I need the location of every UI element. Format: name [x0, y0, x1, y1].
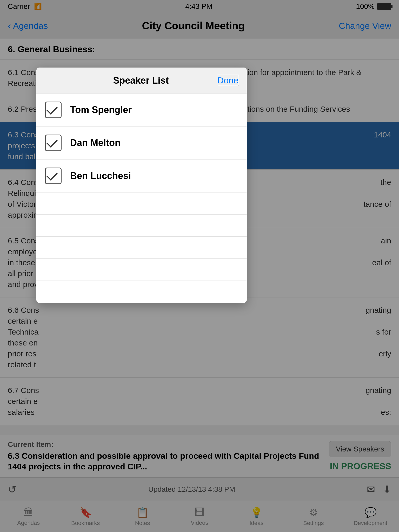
modal-done-button[interactable]: Done [217, 75, 239, 86]
empty-speaker-slot-1[interactable] [36, 192, 247, 215]
modal-title: Speaker List [65, 75, 217, 86]
checkbox-tom-spengler[interactable] [44, 101, 62, 119]
speaker-name-dan-melton: Dan Melton [70, 137, 121, 148]
speaker-name-ben-lucchesi: Ben Lucchesi [70, 170, 131, 181]
speaker-list-modal: Speaker List Done Tom Spengler Dan Melto… [36, 68, 247, 303]
checkbox-checked-icon [45, 168, 62, 184]
empty-speaker-slot-5[interactable] [36, 281, 247, 303]
empty-speaker-slot-2[interactable] [36, 215, 247, 237]
page-wrapper: Carrier 📶 4:43 PM 100% ‹ Agendas City Co… [0, 0, 399, 532]
checkbox-dan-melton[interactable] [44, 134, 62, 152]
modal-overlay[interactable]: Speaker List Done Tom Spengler Dan Melto… [0, 0, 399, 532]
speaker-name-tom-spengler: Tom Spengler [70, 104, 132, 115]
speaker-item-tom-spengler[interactable]: Tom Spengler [36, 94, 247, 127]
speaker-item-ben-lucchesi[interactable]: Ben Lucchesi [36, 159, 247, 192]
empty-speaker-slot-3[interactable] [36, 237, 247, 259]
speaker-item-dan-melton[interactable]: Dan Melton [36, 127, 247, 159]
empty-speaker-slot-4[interactable] [36, 259, 247, 281]
checkbox-checked-icon [45, 135, 62, 151]
modal-header: Speaker List Done [36, 68, 247, 94]
checkbox-ben-lucchesi[interactable] [44, 167, 62, 185]
checkbox-checked-icon [45, 102, 62, 118]
